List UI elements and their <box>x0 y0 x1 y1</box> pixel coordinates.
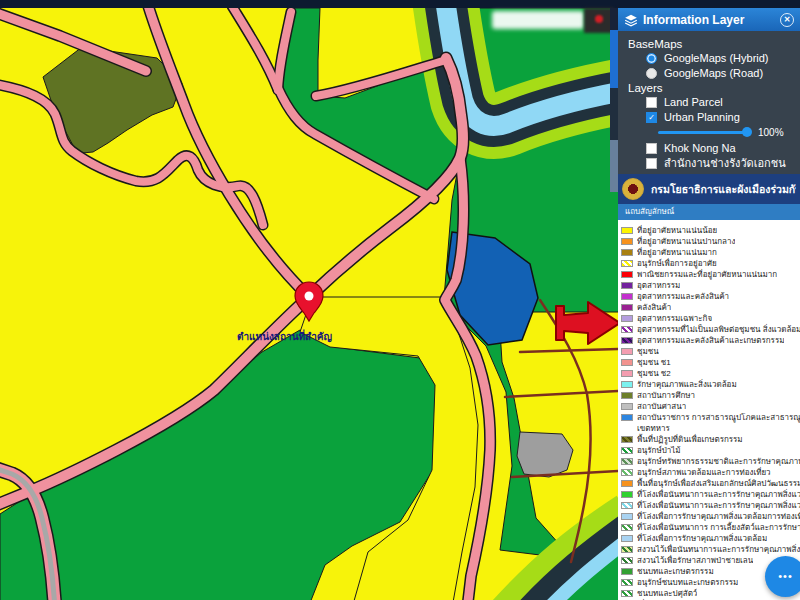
edge-strip <box>610 8 618 30</box>
legend-title-bar: แถบสัญลักษณ์ <box>618 204 800 220</box>
radio-icon[interactable] <box>646 53 657 64</box>
layer-option[interactable]: สำนักงานช่างรังวัดเอกชน <box>646 157 800 169</box>
panel-header: Information Layer ✕ <box>618 8 800 31</box>
legend-swatch <box>621 403 633 411</box>
layers-section-label: Layers <box>628 82 800 94</box>
basemap-option-label: GoogleMaps (Road) <box>664 67 763 79</box>
search-record-dot-icon <box>595 15 603 23</box>
legend-swatch <box>621 480 633 488</box>
basemaps-list: GoogleMaps (Hybrid)GoogleMaps (Road) <box>618 52 800 79</box>
legend-swatch <box>621 513 633 521</box>
legend-swatch <box>621 304 633 312</box>
edge-strip <box>610 88 618 140</box>
basemaps-section-label: BaseMaps <box>628 38 800 50</box>
legend-swatch <box>621 381 633 389</box>
legend-swatch <box>621 293 633 301</box>
checkbox-icon[interactable] <box>646 143 657 154</box>
legend-swatch <box>621 271 633 279</box>
legend-swatch <box>621 447 633 455</box>
legend-swatch <box>621 524 633 532</box>
layer-option[interactable]: ✓Urban Planning <box>646 111 800 123</box>
legend-swatch <box>621 392 633 400</box>
basemap-option[interactable]: GoogleMaps (Hybrid) <box>646 52 800 64</box>
legend-swatch <box>621 502 633 510</box>
legend-swatch <box>621 414 633 422</box>
top-navy-bar <box>0 0 800 8</box>
close-icon[interactable]: ✕ <box>780 13 794 27</box>
layer-option-label: Khok Nong Na <box>664 142 736 154</box>
layer-option[interactable]: Khok Nong Na <box>646 142 800 154</box>
legend-swatch <box>621 557 633 565</box>
legend-swatch <box>621 238 633 246</box>
legend-swatch <box>621 348 633 356</box>
legend-swatch <box>621 546 633 554</box>
layer-option-label: Land Parcel <box>664 96 723 108</box>
legend-list: ที่อยู่อาศัยหนาแน่นน้อยที่อยู่อาศัยหนาแน… <box>618 220 800 600</box>
opacity-value: 100% <box>758 127 784 138</box>
legend-swatch <box>621 579 633 587</box>
checkbox-icon[interactable] <box>646 158 657 169</box>
map-zone-religious <box>517 432 573 477</box>
radio-icon[interactable] <box>646 68 657 79</box>
legend-swatch <box>621 590 633 598</box>
checkbox-icon[interactable]: ✓ <box>646 112 657 123</box>
legend-swatch <box>621 326 633 334</box>
legend-swatch <box>621 469 633 477</box>
department-banner: กรมโยธาธิการและผังเมืองร่วมกับกรมที่ดิน <box>618 174 800 204</box>
legend-swatch <box>621 436 633 444</box>
layer-option[interactable]: Land Parcel <box>646 96 800 108</box>
panel-title: Information Layer <box>643 13 780 27</box>
checkbox-icon[interactable] <box>646 97 657 108</box>
legend-swatch <box>621 315 633 323</box>
blurred-search-box[interactable] <box>492 11 584 29</box>
edge-strip <box>610 140 618 192</box>
legend-swatch <box>621 249 633 257</box>
legend-swatch <box>621 359 633 367</box>
legend-swatch <box>621 282 633 290</box>
basemap-option-label: GoogleMaps (Hybrid) <box>664 52 769 64</box>
department-banner-title: กรมโยธาธิการและผังเมืองร่วมกับกรมที่ดิน <box>651 181 796 198</box>
layers-list: Land Parcel✓Urban Planning100%Khok Nong … <box>618 96 800 169</box>
legend-swatch <box>621 568 633 576</box>
legend-swatch <box>621 535 633 543</box>
legend-swatch <box>621 337 633 345</box>
layers-icon <box>624 13 638 27</box>
layer-option-label: สำนักงานช่างรังวัดเอกชน <box>664 154 786 172</box>
legend-swatch <box>621 491 633 499</box>
slider-knob[interactable] <box>742 127 752 137</box>
place-label: ตำแหน่งสถานที่สำคัญ <box>237 329 332 343</box>
legend-swatch <box>621 370 633 378</box>
more-options-button[interactable]: ••• <box>765 556 800 597</box>
app-window: ตำแหน่งสถานที่สำคัญ Information Layer ✕ … <box>0 0 800 600</box>
map-canvas[interactable]: ตำแหน่งสถานที่สำคัญ <box>0 8 618 600</box>
layer-option-label: Urban Planning <box>664 111 740 123</box>
basemap-option[interactable]: GoogleMaps (Road) <box>646 67 800 79</box>
panel-body: BaseMaps GoogleMaps (Hybrid)GoogleMaps (… <box>618 31 800 174</box>
legend-item-label: อุตสาหกรรมและคลังสินค้าและเกษตรกรรม <box>637 334 784 347</box>
legend-swatch <box>621 458 633 466</box>
information-layer-panel: Information Layer ✕ BaseMaps GoogleMaps … <box>618 8 800 600</box>
legend-swatch <box>621 260 633 268</box>
opacity-slider-row: 100% <box>658 126 800 138</box>
legend-swatch <box>621 227 633 235</box>
opacity-slider[interactable] <box>658 131 750 134</box>
edge-strip <box>610 30 618 88</box>
department-emblem-icon <box>622 178 644 200</box>
